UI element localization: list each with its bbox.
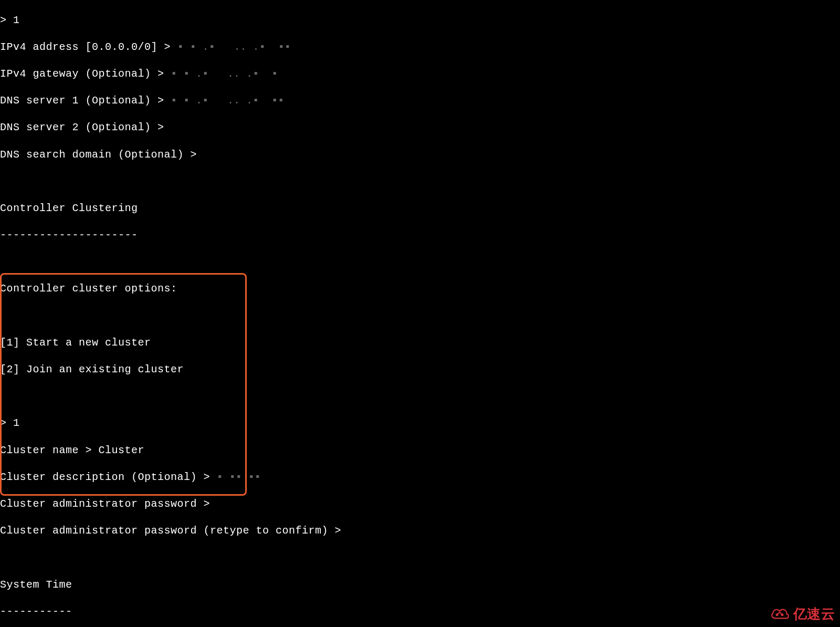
terminal-output[interactable]: > 1 IPv4 address [0.0.0.0/0] > ▪ ▪ .▪ ..…: [0, 0, 840, 627]
option-join-cluster: [2] Join an existing cluster: [0, 363, 840, 377]
ipv4-gateway-value-redacted: ▪ ▪ .▪ .. .▪ ▪: [171, 68, 278, 80]
ipv4-address-value-redacted: ▪ ▪ .▪ .. .▪ ▪▪: [177, 41, 291, 53]
cluster-password-confirm-line: Cluster administrator password (retype t…: [0, 524, 840, 538]
cluster-description-line: Cluster description (Optional) > ▪ ▪▪ ▪▪: [0, 471, 840, 484]
section-system-time: System Time: [0, 578, 840, 592]
dns1-value-redacted: ▪ ▪ .▪ .. .▪ ▪▪: [171, 95, 284, 107]
option-new-cluster: [1] Start a new cluster: [0, 336, 840, 350]
ipv4-address-line: IPv4 address [0.0.0.0/0] > ▪ ▪ .▪ .. .▪ …: [0, 40, 840, 54]
prompt-line: > 1: [0, 14, 840, 27]
prompt-line: > 1: [0, 416, 840, 430]
section-divider: -----------: [0, 605, 840, 619]
section-controller-clustering: Controller Clustering: [0, 202, 840, 215]
blank-line: [0, 551, 840, 565]
dns2-line: DNS server 2 (Optional) >: [0, 121, 840, 134]
blank-line: [0, 255, 840, 269]
dns1-line: DNS server 1 (Optional) > ▪ ▪ .▪ .. .▪ ▪…: [0, 94, 840, 108]
cluster-description-value-redacted: ▪ ▪▪ ▪▪: [217, 471, 261, 483]
blank-line: [0, 175, 840, 189]
controller-options-header: Controller cluster options:: [0, 282, 840, 296]
ipv4-gateway-prompt: IPv4 gateway (Optional) >: [0, 68, 171, 80]
dns-search-line: DNS search domain (Optional) >: [0, 148, 840, 162]
cluster-name-line: Cluster name > Cluster: [0, 444, 840, 457]
ipv4-gateway-line: IPv4 gateway (Optional) > ▪ ▪ .▪ .. .▪ ▪: [0, 67, 840, 81]
ipv4-address-prompt: IPv4 address [0.0.0.0/0] >: [0, 41, 177, 53]
cluster-description-prompt: Cluster description (Optional) >: [0, 471, 217, 483]
blank-line: [0, 309, 840, 323]
dns1-prompt: DNS server 1 (Optional) >: [0, 95, 171, 107]
blank-line: [0, 390, 840, 403]
section-divider: ---------------------: [0, 228, 840, 242]
cluster-password-line: Cluster administrator password >: [0, 497, 840, 511]
